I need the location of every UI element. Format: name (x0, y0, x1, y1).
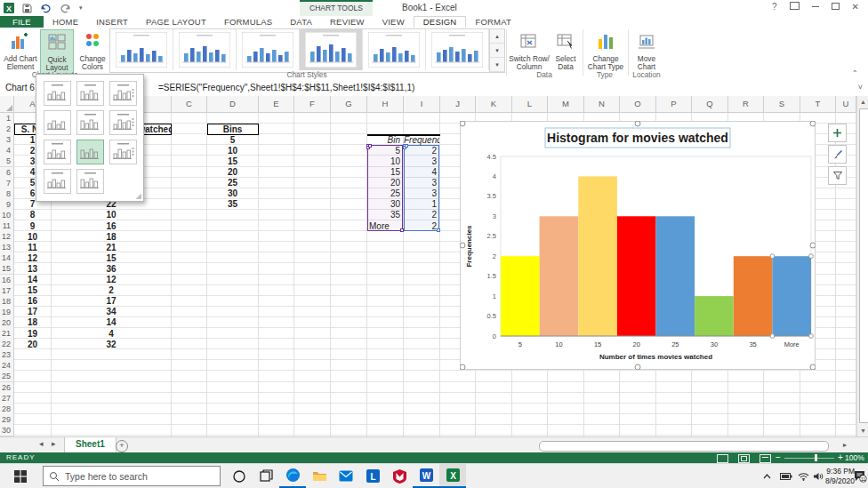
expand-formula-bar-icon[interactable]: ˅ (858, 80, 863, 95)
cell-B12[interactable]: 18 (52, 232, 171, 243)
column-header-R[interactable]: R (728, 96, 764, 113)
minimize-icon[interactable] (812, 2, 819, 12)
tab-data[interactable]: DATA (281, 16, 321, 28)
normal-view-icon[interactable] (717, 454, 728, 463)
cell-B17[interactable]: 2 (52, 285, 171, 296)
tab-review[interactable]: REVIEW (321, 16, 374, 28)
chart-style-thumbnail-3[interactable] (237, 29, 300, 70)
zoom-slider-track[interactable] (784, 458, 834, 459)
select-all-corner[interactable] (0, 96, 14, 113)
tray-chevron-up-icon[interactable] (758, 464, 776, 488)
cell-B15[interactable]: 36 (52, 264, 171, 275)
taskbar-search-input[interactable]: Type here to search (43, 466, 221, 486)
cell-I6[interactable]: 4 (404, 167, 439, 178)
chart-styles-button[interactable] (828, 145, 847, 164)
redo-icon[interactable] (60, 4, 71, 13)
wifi-icon[interactable] (795, 464, 811, 488)
tab-design[interactable]: DESIGN (414, 16, 467, 28)
quick-layout-option-8[interactable] (76, 140, 104, 164)
row-header-30[interactable]: 30 (0, 425, 14, 436)
column-header-J[interactable]: J (440, 96, 476, 113)
cell-I11[interactable]: 2 (404, 221, 439, 232)
cell-I8[interactable]: 3 (404, 188, 439, 199)
column-header-M[interactable]: M (548, 96, 584, 113)
cell-H9[interactable]: 30 (367, 199, 403, 210)
cell-H6[interactable]: 15 (367, 167, 403, 178)
horizontal-scroll-thumb[interactable] (539, 441, 829, 452)
taskbar-cortana-icon[interactable] (226, 464, 253, 488)
qat-more-icon[interactable]: ▾ (79, 4, 83, 12)
cell-H11[interactable]: More (367, 221, 405, 232)
cell-B16[interactable]: 12 (52, 275, 171, 285)
cell-A13[interactable]: 11 (14, 243, 51, 253)
cell-H7[interactable]: 20 (367, 178, 403, 188)
taskbar-linkedin-icon[interactable]: L (359, 464, 386, 488)
cell-A19[interactable]: 17 (14, 307, 51, 317)
page-break-view-icon[interactable] (760, 454, 771, 463)
tab-file[interactable]: FILE (0, 16, 44, 28)
tray-clock[interactable]: 9:36 PM 8/9/2020 (823, 467, 855, 486)
cell-I5[interactable]: 3 (404, 156, 439, 167)
cell-A18[interactable]: 16 (14, 296, 51, 307)
chart-elements-button[interactable] (828, 124, 847, 142)
help-icon[interactable]: ? (772, 2, 777, 12)
close-icon[interactable]: ✕ (852, 2, 859, 12)
quick-layout-option-9[interactable] (109, 140, 137, 164)
cell-D3[interactable]: 5 (207, 135, 258, 146)
cell-B22[interactable]: 32 (52, 340, 171, 350)
tab-format[interactable]: FORMAT (466, 16, 520, 28)
column-header-K[interactable]: K (476, 96, 512, 113)
cell-I7[interactable]: 3 (404, 178, 439, 188)
cell-D7[interactable]: 25 (207, 178, 258, 188)
chart-style-thumbnail-1[interactable] (110, 29, 173, 70)
cell-A17[interactable]: 15 (14, 285, 51, 296)
vertical-scroll-thumb[interactable] (859, 108, 868, 423)
zoom-out-icon[interactable]: − (776, 452, 781, 462)
quick-layout-option-6[interactable] (109, 110, 137, 135)
quick-layout-option-4[interactable] (44, 110, 71, 135)
cell-A21[interactable]: 19 (14, 329, 51, 340)
quick-layout-option-10[interactable] (44, 169, 71, 194)
restore-icon[interactable] (832, 2, 840, 12)
cell-D6[interactable]: 20 (207, 167, 258, 178)
chart-style-thumbnail-5[interactable] (363, 29, 426, 70)
scroll-down-icon[interactable]: ▼ (857, 425, 868, 436)
quick-layout-option-3[interactable] (109, 81, 137, 106)
sheet-nav-prev-icon[interactable]: ◂ (39, 439, 44, 448)
menu-resize-handle[interactable] (136, 194, 141, 199)
column-header-T[interactable]: T (800, 96, 836, 113)
column-header-G[interactable]: G (331, 96, 367, 113)
gallery-up-icon[interactable]: ▴ (490, 29, 504, 44)
cell-H4[interactable]: 5 (367, 146, 403, 156)
column-header-Q[interactable]: Q (692, 96, 728, 113)
tab-page-layout[interactable]: PAGE LAYOUT (137, 16, 215, 28)
page-layout-view-icon[interactable] (738, 454, 750, 463)
scroll-up-icon[interactable]: ▲ (857, 96, 868, 108)
cell-D5[interactable]: 15 (207, 156, 258, 167)
chart-style-thumbnail-6[interactable] (426, 29, 489, 70)
cell-A22[interactable]: 20 (14, 340, 51, 350)
sheet-nav-next-icon[interactable]: ▸ (52, 439, 56, 448)
column-header-P[interactable]: P (656, 96, 692, 113)
column-header-L[interactable]: L (512, 96, 548, 113)
column-header-H[interactable]: H (367, 96, 404, 113)
cell-A12[interactable]: 10 (14, 232, 51, 243)
vertical-scrollbar[interactable]: ▲ ▼ (856, 96, 868, 436)
taskbar-file-explorer-icon[interactable] (306, 464, 333, 488)
save-icon[interactable] (22, 4, 32, 13)
cell-H10[interactable]: 35 (367, 210, 403, 220)
column-header-O[interactable]: O (620, 96, 656, 113)
taskbar-mail-icon[interactable] (333, 464, 359, 488)
cell-D9[interactable]: 35 (207, 199, 258, 210)
taskbar-edge-icon[interactable] (279, 464, 306, 488)
cell-B11[interactable]: 16 (52, 221, 171, 232)
cell-A20[interactable]: 18 (14, 317, 51, 328)
undo-icon[interactable] (40, 4, 52, 13)
formula-input[interactable]: =SERIES("Frequency",Sheet1!$H$4:$H$11,Sh… (158, 80, 414, 95)
cell-I4[interactable]: 2 (404, 146, 439, 156)
zoom-slider-thumb[interactable] (815, 454, 817, 461)
quick-layout-option-11[interactable] (76, 169, 104, 194)
chart-style-thumbnail-2[interactable] (173, 29, 237, 70)
scroll-right-icon[interactable]: ▸ (843, 441, 847, 449)
cell-H5[interactable]: 10 (367, 156, 403, 167)
